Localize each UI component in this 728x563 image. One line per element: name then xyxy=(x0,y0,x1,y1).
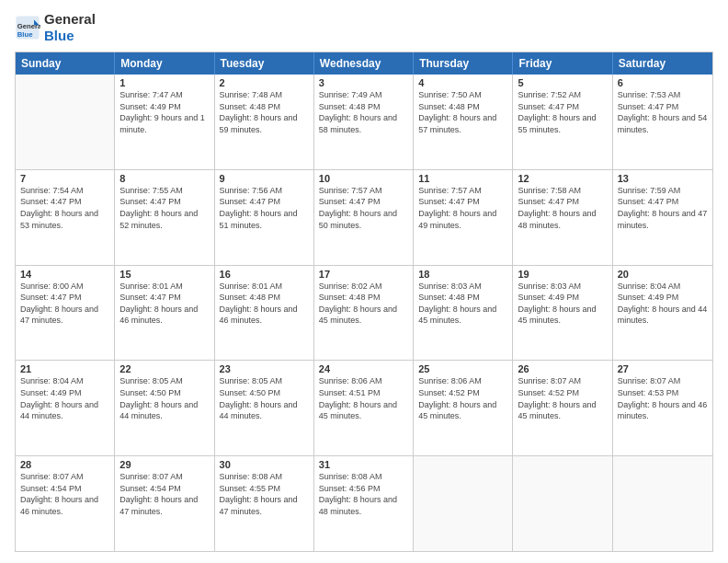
day-info: Sunrise: 8:06 AMSunset: 4:51 PMDaylight:… xyxy=(319,375,408,421)
day-cell-24: 24Sunrise: 8:06 AMSunset: 4:51 PMDayligh… xyxy=(314,361,414,455)
day-cell-15: 15Sunrise: 8:01 AMSunset: 4:47 PMDayligh… xyxy=(115,266,214,361)
day-number: 26 xyxy=(518,363,607,374)
day-cell-10: 10Sunrise: 7:57 AMSunset: 4:47 PMDayligh… xyxy=(314,170,414,265)
day-info: Sunrise: 8:05 AMSunset: 4:50 PMDaylight:… xyxy=(119,375,209,421)
day-cell-4: 4Sunrise: 7:50 AMSunset: 4:48 PMDaylight… xyxy=(414,75,513,169)
day-cell-22: 22Sunrise: 8:05 AMSunset: 4:50 PMDayligh… xyxy=(115,361,214,455)
day-info: Sunrise: 7:50 AMSunset: 4:48 PMDaylight:… xyxy=(418,89,507,135)
day-cell-14: 14Sunrise: 8:00 AMSunset: 4:47 PMDayligh… xyxy=(16,266,115,361)
day-number: 11 xyxy=(418,173,507,184)
day-header-tuesday: Tuesday xyxy=(215,52,314,75)
day-cell-16: 16Sunrise: 8:01 AMSunset: 4:48 PMDayligh… xyxy=(215,266,314,361)
day-cell-5: 5Sunrise: 7:52 AMSunset: 4:47 PMDaylight… xyxy=(513,75,612,169)
calendar: SundayMondayTuesdayWednesdayThursdayFrid… xyxy=(15,52,713,552)
day-cell-27: 27Sunrise: 8:07 AMSunset: 4:53 PMDayligh… xyxy=(613,361,712,455)
day-number: 12 xyxy=(518,173,607,184)
day-info: Sunrise: 8:08 AMSunset: 4:56 PMDaylight:… xyxy=(319,471,408,517)
day-info: Sunrise: 8:03 AMSunset: 4:48 PMDaylight:… xyxy=(418,281,507,327)
day-cell-9: 9Sunrise: 7:56 AMSunset: 4:47 PMDaylight… xyxy=(215,170,314,265)
page: General Blue General Blue SundayMondayTu… xyxy=(0,0,728,563)
day-header-wednesday: Wednesday xyxy=(314,52,414,75)
day-cell-6: 6Sunrise: 7:53 AMSunset: 4:47 PMDaylight… xyxy=(613,75,712,169)
day-number: 22 xyxy=(119,363,209,374)
day-cell-1: 1Sunrise: 7:47 AMSunset: 4:49 PMDaylight… xyxy=(115,75,214,169)
day-info: Sunrise: 7:49 AMSunset: 4:48 PMDaylight:… xyxy=(319,89,408,135)
day-cell-18: 18Sunrise: 8:03 AMSunset: 4:48 PMDayligh… xyxy=(414,266,513,361)
day-number: 5 xyxy=(518,77,607,88)
day-number: 1 xyxy=(119,77,209,88)
day-info: Sunrise: 7:59 AMSunset: 4:47 PMDaylight:… xyxy=(618,185,708,231)
day-info: Sunrise: 7:48 AMSunset: 4:48 PMDaylight:… xyxy=(220,89,309,135)
day-cell-21: 21Sunrise: 8:04 AMSunset: 4:49 PMDayligh… xyxy=(16,361,115,455)
day-info: Sunrise: 8:03 AMSunset: 4:49 PMDaylight:… xyxy=(518,281,607,327)
day-info: Sunrise: 8:08 AMSunset: 4:55 PMDaylight:… xyxy=(220,471,309,517)
day-info: Sunrise: 8:07 AMSunset: 4:54 PMDaylight:… xyxy=(119,471,209,517)
day-info: Sunrise: 7:56 AMSunset: 4:47 PMDaylight:… xyxy=(220,185,309,231)
day-info: Sunrise: 8:07 AMSunset: 4:52 PMDaylight:… xyxy=(518,375,607,421)
calendar-body: 1Sunrise: 7:47 AMSunset: 4:49 PMDaylight… xyxy=(16,75,712,551)
day-number: 13 xyxy=(618,173,708,184)
day-cell-20: 20Sunrise: 8:04 AMSunset: 4:49 PMDayligh… xyxy=(613,266,712,361)
calendar-row-3: 21Sunrise: 8:04 AMSunset: 4:49 PMDayligh… xyxy=(16,360,712,455)
logo-general: General xyxy=(44,11,96,28)
day-cell-30: 30Sunrise: 8:08 AMSunset: 4:55 PMDayligh… xyxy=(215,456,314,551)
calendar-row-2: 14Sunrise: 8:00 AMSunset: 4:47 PMDayligh… xyxy=(16,265,712,361)
day-info: Sunrise: 7:57 AMSunset: 4:47 PMDaylight:… xyxy=(319,185,408,231)
empty-cell xyxy=(16,75,115,169)
day-number: 28 xyxy=(20,459,109,470)
header: General Blue General Blue xyxy=(15,11,713,44)
day-number: 15 xyxy=(119,269,209,280)
empty-cell xyxy=(513,456,612,551)
day-cell-31: 31Sunrise: 8:08 AMSunset: 4:56 PMDayligh… xyxy=(314,456,414,551)
day-info: Sunrise: 8:04 AMSunset: 4:49 PMDaylight:… xyxy=(20,375,109,421)
day-info: Sunrise: 8:06 AMSunset: 4:52 PMDaylight:… xyxy=(418,375,507,421)
day-number: 17 xyxy=(319,269,408,280)
day-info: Sunrise: 7:57 AMSunset: 4:47 PMDaylight:… xyxy=(418,185,507,231)
day-number: 21 xyxy=(20,363,109,374)
day-cell-11: 11Sunrise: 7:57 AMSunset: 4:47 PMDayligh… xyxy=(414,170,513,265)
day-number: 2 xyxy=(220,77,309,88)
day-cell-13: 13Sunrise: 7:59 AMSunset: 4:47 PMDayligh… xyxy=(613,170,712,265)
day-info: Sunrise: 8:07 AMSunset: 4:53 PMDaylight:… xyxy=(618,375,708,421)
day-number: 24 xyxy=(319,363,408,374)
day-number: 4 xyxy=(418,77,507,88)
day-number: 18 xyxy=(418,269,507,280)
day-info: Sunrise: 7:53 AMSunset: 4:47 PMDaylight:… xyxy=(618,89,708,135)
day-info: Sunrise: 7:47 AMSunset: 4:49 PMDaylight:… xyxy=(119,89,209,135)
day-info: Sunrise: 8:01 AMSunset: 4:48 PMDaylight:… xyxy=(220,281,309,327)
day-number: 23 xyxy=(220,363,309,374)
empty-cell xyxy=(613,456,712,551)
day-info: Sunrise: 7:55 AMSunset: 4:47 PMDaylight:… xyxy=(119,185,209,231)
day-cell-23: 23Sunrise: 8:05 AMSunset: 4:50 PMDayligh… xyxy=(215,361,314,455)
calendar-header: SundayMondayTuesdayWednesdayThursdayFrid… xyxy=(16,52,712,75)
day-number: 29 xyxy=(119,459,209,470)
day-cell-26: 26Sunrise: 8:07 AMSunset: 4:52 PMDayligh… xyxy=(513,361,612,455)
day-number: 25 xyxy=(418,363,507,374)
day-cell-8: 8Sunrise: 7:55 AMSunset: 4:47 PMDaylight… xyxy=(115,170,214,265)
day-header-friday: Friday xyxy=(513,52,612,75)
day-number: 10 xyxy=(319,173,408,184)
day-info: Sunrise: 8:07 AMSunset: 4:54 PMDaylight:… xyxy=(20,471,109,517)
day-number: 27 xyxy=(618,363,708,374)
day-cell-2: 2Sunrise: 7:48 AMSunset: 4:48 PMDaylight… xyxy=(215,75,314,169)
day-number: 3 xyxy=(319,77,408,88)
day-info: Sunrise: 7:52 AMSunset: 4:47 PMDaylight:… xyxy=(518,89,607,135)
day-number: 8 xyxy=(119,173,209,184)
day-number: 6 xyxy=(618,77,708,88)
day-header-sunday: Sunday xyxy=(16,52,115,75)
day-info: Sunrise: 7:54 AMSunset: 4:47 PMDaylight:… xyxy=(20,185,109,231)
day-cell-29: 29Sunrise: 8:07 AMSunset: 4:54 PMDayligh… xyxy=(115,456,214,551)
day-header-thursday: Thursday xyxy=(414,52,513,75)
day-number: 16 xyxy=(220,269,309,280)
day-cell-7: 7Sunrise: 7:54 AMSunset: 4:47 PMDaylight… xyxy=(16,170,115,265)
day-info: Sunrise: 8:02 AMSunset: 4:48 PMDaylight:… xyxy=(319,281,408,327)
empty-cell xyxy=(414,456,513,551)
svg-text:Blue: Blue xyxy=(17,30,33,39)
day-number: 7 xyxy=(20,173,109,184)
calendar-row-4: 28Sunrise: 8:07 AMSunset: 4:54 PMDayligh… xyxy=(16,455,712,551)
day-header-monday: Monday xyxy=(115,52,214,75)
day-cell-25: 25Sunrise: 8:06 AMSunset: 4:52 PMDayligh… xyxy=(414,361,513,455)
day-cell-3: 3Sunrise: 7:49 AMSunset: 4:48 PMDaylight… xyxy=(314,75,414,169)
day-info: Sunrise: 8:00 AMSunset: 4:47 PMDaylight:… xyxy=(20,281,109,327)
day-number: 19 xyxy=(518,269,607,280)
